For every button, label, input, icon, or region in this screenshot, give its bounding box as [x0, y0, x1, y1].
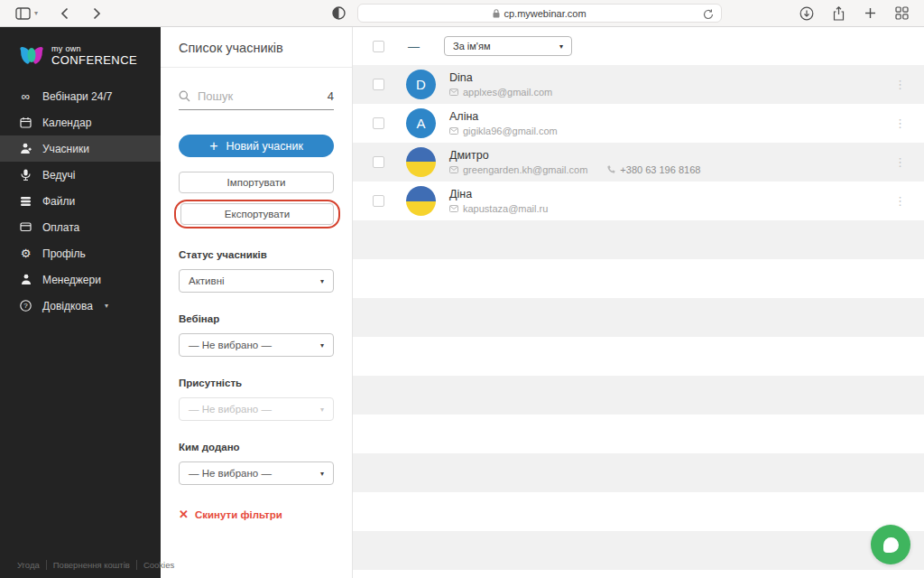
- added-by-select[interactable]: — Не вибрано — ▾: [179, 461, 334, 485]
- filter-panel: Список учасників 4 + Новий учасник Імпор…: [161, 27, 353, 578]
- share-icon[interactable]: [828, 4, 848, 23]
- page-title: Список учасників: [161, 27, 352, 68]
- participant-email: gigikla96@gmail.com: [463, 126, 558, 136]
- reset-filters-link[interactable]: ✕ Скинути фільтри: [179, 508, 334, 521]
- chevron-down-icon: ▾: [320, 277, 324, 285]
- sidebar-item-label: Ведучі: [42, 169, 75, 182]
- import-button[interactable]: Імпортувати: [179, 172, 334, 193]
- export-annotation-highlight: Експортувати: [174, 200, 340, 228]
- row-menu-icon[interactable]: ⋮: [894, 117, 906, 129]
- row-menu-icon[interactable]: ⋮: [894, 79, 906, 90]
- sidebar-nav: ∞ Вебінари 24/7 Календар: [0, 83, 161, 319]
- sidebar-item-webinars[interactable]: ∞ Вебінари 24/7: [0, 83, 161, 109]
- row-checkbox[interactable]: [373, 117, 384, 129]
- reload-icon[interactable]: [701, 7, 715, 21]
- chat-bubble-icon: [883, 537, 899, 553]
- participant-email: applxes@gmail.com: [463, 87, 552, 98]
- sidebar-item-presenters[interactable]: Ведучі: [0, 162, 161, 188]
- participant-email: greengarden.kh@gmail.com: [463, 164, 587, 175]
- sidebar-item-help[interactable]: ? Довідкова ▾: [0, 293, 161, 319]
- new-tab-icon[interactable]: [860, 4, 880, 23]
- gear-icon: ⚙: [19, 247, 32, 260]
- files-icon: [19, 196, 32, 207]
- status-select[interactable]: Активні ▾: [179, 269, 334, 293]
- deselect-minus-icon[interactable]: —: [408, 40, 420, 53]
- sidebar-toggle-icon[interactable]: [13, 4, 32, 23]
- sort-select[interactable]: За ім'ям ▾: [444, 36, 572, 56]
- participant-phone: +380 63 196 8168: [620, 164, 700, 175]
- sidebar-item-participants[interactable]: Учасники: [0, 135, 161, 162]
- new-participant-button[interactable]: + Новий учасник: [179, 135, 334, 157]
- attendance-select: — Не вибрано — ▾: [179, 397, 334, 421]
- search-icon: [179, 90, 190, 102]
- webinar-select[interactable]: — Не вибрано — ▾: [179, 333, 334, 357]
- row-menu-icon[interactable]: ⋮: [894, 156, 906, 168]
- reset-filters-label: Скинути фільтри: [195, 509, 282, 520]
- close-icon: ✕: [179, 508, 189, 521]
- status-select-value: Активні: [189, 275, 225, 286]
- avatar: A: [406, 108, 436, 138]
- table-row: Дмитро greengarden.kh@gmail.com: [353, 143, 924, 182]
- email-icon: [449, 166, 458, 173]
- avatar-ukraine-flag: [406, 186, 436, 216]
- footer-link-terms[interactable]: Угода: [11, 560, 47, 570]
- help-caret-icon: ▾: [105, 302, 108, 310]
- logo-butterfly-icon: [18, 45, 45, 67]
- sidebar-item-files[interactable]: Файли: [0, 188, 161, 214]
- infinity-icon: ∞: [19, 89, 32, 103]
- sidebar-item-payment[interactable]: Оплата: [0, 214, 161, 240]
- app-logo[interactable]: my own CONFERENCE: [0, 27, 161, 83]
- svg-text:?: ?: [23, 302, 28, 310]
- chevron-down-icon: ▾: [320, 341, 324, 350]
- attendance-select-value: — Не вибрано —: [189, 404, 272, 415]
- back-icon[interactable]: [54, 4, 74, 23]
- avatar-ukraine-flag: [406, 147, 436, 177]
- browser-toolbar: ▾: [0, 0, 924, 27]
- person-icon: [19, 274, 32, 285]
- avatar: D: [406, 70, 436, 99]
- participant-name: Аліна: [449, 110, 558, 125]
- calendar-icon: [19, 117, 32, 128]
- added-by-select-value: — Не вибрано —: [189, 468, 272, 479]
- email-icon: [449, 205, 458, 212]
- downloads-icon[interactable]: [797, 4, 817, 23]
- sidebar-footer: Угода Повернення коштів Cookies: [11, 560, 180, 570]
- sidebar-item-label: Учасники: [42, 143, 89, 155]
- filter-label-added-by: Ким додано: [179, 442, 334, 452]
- footer-link-refund[interactable]: Повернення коштів: [47, 560, 137, 570]
- microphone-icon: [19, 169, 32, 181]
- participant-name: Dina: [449, 71, 552, 86]
- row-checkbox[interactable]: [373, 195, 384, 207]
- table-row: D Dina applxes@gmail.com ⋮: [353, 65, 924, 104]
- sidebar-item-label: Довідкова: [42, 300, 93, 312]
- sidebar-item-profile[interactable]: ⚙ Профіль: [0, 240, 161, 266]
- phone-icon: [607, 165, 615, 173]
- sidebar-item-calendar[interactable]: Календар: [0, 109, 161, 135]
- table-row: Діна kapustaza@mail.ru ⋮: [353, 182, 924, 220]
- filter-label-attendance: Присутність: [179, 378, 334, 388]
- logo-line2: CONFERENCE: [51, 54, 137, 67]
- search-input[interactable]: [198, 89, 320, 103]
- sidebar-toggle-caret-icon[interactable]: ▾: [34, 9, 38, 17]
- filter-label-webinar: Вебінар: [179, 313, 334, 324]
- tab-overview-icon[interactable]: [892, 4, 911, 23]
- email-icon: [449, 89, 458, 96]
- participant-name: Діна: [449, 188, 548, 202]
- row-menu-icon[interactable]: ⋮: [894, 195, 906, 207]
- lock-icon: [493, 9, 500, 18]
- participants-list: — За ім'ям ▾ D Dina: [353, 27, 924, 578]
- footer-link-cookies[interactable]: Cookies: [137, 560, 180, 570]
- new-participant-label: Новий учасник: [226, 140, 302, 153]
- row-checkbox[interactable]: [373, 79, 384, 90]
- export-button[interactable]: Експортувати: [180, 203, 334, 225]
- sidebar-item-managers[interactable]: Менеджери: [0, 266, 161, 293]
- table-row: A Аліна gigikla96@gmail.com ⋮: [353, 104, 924, 143]
- row-checkbox[interactable]: [373, 156, 384, 168]
- privacy-contrast-icon[interactable]: [328, 4, 348, 23]
- forward-icon[interactable]: [87, 4, 106, 23]
- select-all-checkbox[interactable]: [373, 41, 384, 52]
- participants-count: 4: [328, 89, 334, 103]
- chat-widget-button[interactable]: [871, 525, 910, 564]
- sidebar-item-label: Файли: [42, 195, 75, 208]
- address-bar[interactable]: cp.mywebinar.com: [357, 4, 722, 23]
